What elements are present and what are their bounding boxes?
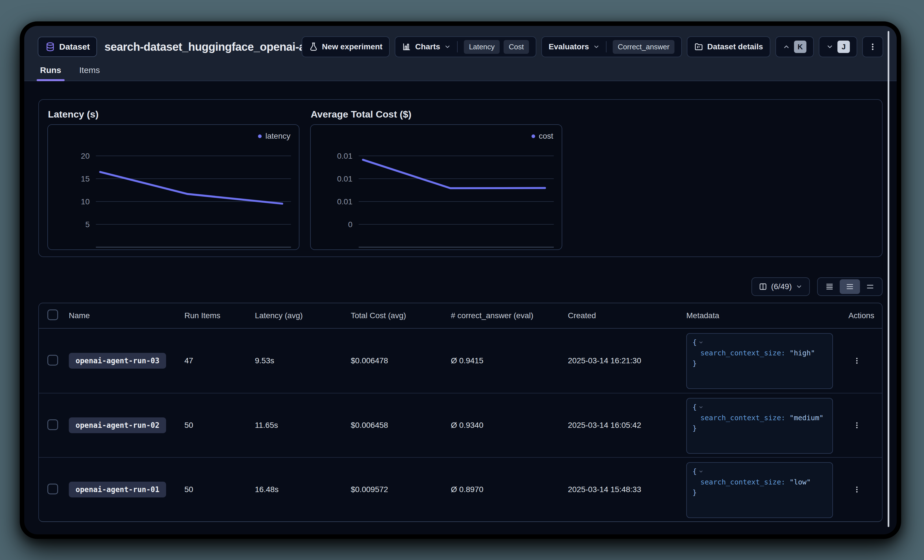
app-window-content: Dataset search-dataset_huggingface_opena…	[24, 26, 897, 535]
chevron-down-icon[interactable]	[698, 340, 704, 345]
divider	[457, 41, 458, 52]
chevron-down-icon[interactable]	[698, 405, 704, 410]
column-visibility-button[interactable]: (6/49)	[752, 277, 810, 296]
new-experiment-label: New experiment	[322, 42, 382, 51]
tab-items[interactable]: Items	[78, 64, 102, 81]
charts-menu-group[interactable]: Charts Latency Cost	[395, 36, 536, 57]
chevron-down-icon	[796, 283, 802, 290]
evaluators-menu-group[interactable]: Evaluators Correct_answer	[542, 36, 682, 57]
metadata-value: "medium"	[789, 414, 824, 422]
row-actions-button[interactable]	[848, 352, 866, 369]
column-header-name[interactable]: Name	[69, 311, 184, 320]
new-experiment-button[interactable]: New experiment	[302, 36, 390, 57]
row-checkbox[interactable]	[47, 419, 58, 430]
column-header-metadata[interactable]: Metadata	[686, 311, 848, 320]
chevron-down-icon	[593, 43, 600, 50]
column-header-created[interactable]: Created	[568, 311, 686, 320]
more-actions-button[interactable]	[862, 36, 883, 57]
run-name-chip[interactable]: openai-agent-run-03	[69, 353, 166, 368]
cell-run-items: 47	[184, 356, 255, 365]
legend-label: latency	[266, 132, 290, 141]
metadata-key: search_context_size:	[700, 478, 785, 486]
tab-runs[interactable]: Runs	[38, 64, 63, 81]
table-row[interactable]: openai-agent-run-03479.53s$0.006478Ø 0.9…	[39, 329, 882, 393]
table-header-row: Name Run Items Latency (avg) Total Cost …	[39, 303, 882, 329]
column-header-correct-answer[interactable]: # correct_answer (eval)	[451, 311, 568, 320]
row-height-small[interactable]	[819, 279, 840, 294]
dataset-badge-label: Dataset	[59, 42, 90, 52]
row-height-medium[interactable]	[840, 279, 860, 294]
svg-text:5: 5	[85, 220, 90, 229]
latency-legend: latency	[258, 132, 290, 141]
cell-correct-answer: Ø 0.9415	[451, 356, 568, 365]
vertical-scrollbar[interactable]	[888, 31, 890, 527]
kebab-menu-icon	[853, 357, 861, 365]
row-actions-button[interactable]	[848, 481, 866, 498]
column-header-total-cost[interactable]: Total Cost (avg)	[351, 311, 451, 320]
row-checkbox[interactable]	[47, 355, 58, 365]
next-item-button[interactable]: J	[819, 36, 857, 57]
cell-correct-answer: Ø 0.9340	[451, 421, 568, 430]
latency-chart-block: Latency (s) 2015105 latency	[47, 107, 300, 250]
chevron-up-icon	[783, 43, 790, 51]
legend-dot-icon	[258, 135, 262, 138]
svg-text:0.01: 0.01	[337, 152, 353, 160]
brace-close: }	[693, 487, 827, 498]
cell-created: 2025-03-14 16:21:30	[568, 356, 686, 365]
evaluator-pill-correct-answer[interactable]: Correct_answer	[613, 40, 675, 54]
flask-icon	[309, 42, 318, 51]
svg-text:0.01: 0.01	[337, 197, 353, 206]
kebab-menu-icon	[853, 421, 861, 429]
row-height-large[interactable]	[860, 279, 880, 294]
chart-pill-latency[interactable]: Latency	[464, 40, 500, 54]
main-content: Latency (s) 2015105 latency Average Tota…	[24, 81, 897, 522]
column-header-run-items[interactable]: Run Items	[184, 311, 255, 320]
bar-chart-icon	[402, 42, 411, 51]
legend-label: cost	[539, 132, 553, 141]
cell-created: 2025-03-14 15:48:33	[568, 485, 686, 494]
row-checkbox[interactable]	[47, 484, 58, 494]
prev-item-button[interactable]: K	[776, 36, 814, 57]
cell-created: 2025-03-14 16:05:42	[568, 421, 686, 430]
brace-close: }	[693, 423, 827, 434]
column-header-latency[interactable]: Latency (avg)	[255, 311, 351, 320]
latency-chart-title: Latency (s)	[48, 109, 300, 120]
svg-text:20: 20	[81, 152, 90, 160]
cell-run-items: 50	[184, 421, 255, 430]
column-count-label: (6/49)	[771, 282, 792, 291]
table-row[interactable]: openai-agent-run-015016.48s$0.009572Ø 0.…	[39, 457, 882, 521]
dataset-details-button[interactable]: Dataset details	[687, 36, 770, 57]
cell-total-cost-avg: $0.009572	[351, 485, 451, 494]
metadata-json-box[interactable]: {search_context_size: "low"}	[686, 462, 833, 518]
table-row[interactable]: openai-agent-run-025011.65s$0.006458Ø 0.…	[39, 393, 882, 457]
metadata-json-box[interactable]: {search_context_size: "medium"}	[686, 398, 833, 454]
chevron-down-icon	[826, 43, 834, 51]
chart-pill-cost[interactable]: Cost	[504, 40, 529, 54]
run-name-chip[interactable]: openai-agent-run-02	[69, 418, 166, 433]
database-icon	[45, 42, 55, 52]
cost-line-chart: 0.010.010.010	[311, 125, 563, 250]
select-all-checkbox[interactable]	[47, 310, 58, 320]
charts-panel-spacer	[573, 107, 873, 250]
shortcut-key-j: J	[837, 40, 850, 53]
row-height-toggle	[817, 277, 882, 296]
divider	[606, 41, 606, 52]
latency-line-chart: 2015105	[48, 125, 300, 250]
row-actions-button[interactable]	[848, 417, 866, 434]
brace-close: }	[693, 358, 827, 369]
metadata-json-box[interactable]: {search_context_size: "high"}	[686, 333, 833, 389]
folder-icon	[694, 42, 703, 51]
chevron-down-icon	[444, 43, 451, 50]
cell-latency-avg: 16.48s	[255, 485, 351, 494]
svg-text:10: 10	[81, 197, 90, 206]
chevron-down-icon[interactable]	[698, 469, 704, 474]
cell-run-items: 50	[184, 485, 255, 494]
metadata-value: "low"	[789, 478, 811, 486]
run-name-chip[interactable]: openai-agent-run-01	[69, 482, 166, 497]
evaluators-label: Evaluators	[549, 42, 589, 51]
table-controls: (6/49)	[38, 277, 882, 296]
cell-latency-avg: 9.53s	[255, 356, 351, 365]
columns-icon	[759, 282, 767, 291]
app-window: Dataset search-dataset_huggingface_opena…	[20, 21, 901, 539]
cost-legend: cost	[531, 132, 553, 141]
